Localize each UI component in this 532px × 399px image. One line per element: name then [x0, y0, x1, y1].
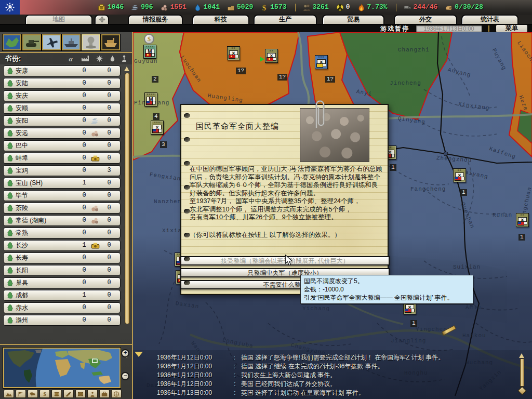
army-counter[interactable]: xx×	[516, 213, 529, 227]
province-row[interactable]: 宝鸡03	[3, 165, 121, 176]
sort-aa-icon[interactable]	[96, 55, 103, 62]
province-row[interactable]: 毕节00	[3, 190, 121, 201]
province-row[interactable]: 滁州00	[3, 315, 121, 326]
mapmode-political-button[interactable]	[16, 390, 26, 398]
log-entry[interactable]: 1936年1月12日0:00:德国 选择了继续 在未完成的Z计划-36年拨款 事…	[157, 362, 532, 371]
province-row[interactable]: 长阳00	[3, 265, 121, 276]
tab-production[interactable]: 生产	[254, 15, 317, 24]
mapmode-resources-button[interactable]	[51, 390, 62, 398]
tab-tech[interactable]: 科技	[192, 15, 249, 24]
world-minimap[interactable]	[3, 348, 121, 388]
mapmode-partisans-button[interactable]	[87, 390, 98, 398]
province-row[interactable]: 成都10	[3, 290, 121, 301]
amphibious-forces-button[interactable]	[101, 34, 120, 50]
province-row[interactable]: 长沙10	[3, 240, 121, 251]
log-entry[interactable]: 1936年1月12日0:00:美国 已经同我们达成了外交协议。	[157, 380, 532, 389]
sort-manpower-icon[interactable]	[122, 55, 127, 62]
tab-intel[interactable]: 情报服务	[128, 15, 183, 24]
province-row[interactable]: 常熟00	[3, 228, 121, 238]
province-list-scrollbar	[123, 66, 130, 361]
air-forces-button[interactable]	[42, 34, 61, 50]
province-row[interactable]: 长寿00	[3, 252, 121, 263]
scrollbar-thumb[interactable]	[125, 73, 130, 324]
mapmode-victory-button[interactable]	[111, 390, 122, 398]
log-entry[interactable]: 1936年1月12日0:00:德国 选择了怒海争锋!我们需要完成全部Z计划！ 在…	[157, 353, 532, 362]
svg-text:α: α	[69, 55, 73, 62]
province-row[interactable]: 安康00	[3, 65, 121, 76]
scroll-up-arrow[interactable]	[124, 66, 129, 71]
army-counter[interactable]: xxxxM	[144, 92, 157, 107]
mapmode-supplies-button[interactable]	[75, 390, 86, 398]
message-log: 1936年1月12日0:00:德国 选择了怒海争锋!我们需要完成全部Z计划！ 在…	[133, 350, 532, 399]
tab-move[interactable]	[95, 15, 109, 24]
land-forces-button[interactable]	[22, 34, 41, 50]
sort-resources-icon[interactable]	[110, 55, 115, 62]
province-name: 安陆	[16, 80, 77, 87]
army-counter[interactable]: xx×	[453, 168, 466, 182]
subbar-divider	[488, 25, 489, 32]
tab-diplomacy[interactable]: 外交	[394, 15, 457, 24]
province-row[interactable]: 巴中00	[3, 140, 121, 151]
province-row[interactable]: 茶陵00	[3, 203, 121, 214]
mapmode-diplomacy-button[interactable]	[99, 390, 110, 398]
army-counter[interactable]: xxx×	[151, 121, 164, 135]
mapmode-military-button[interactable]	[63, 390, 74, 398]
log-collapse-arrow[interactable]	[135, 352, 143, 357]
minimap-zoom-out-button[interactable]: −	[121, 372, 129, 380]
leaf-icon	[7, 68, 14, 74]
tab-trade[interactable]: 贸易	[322, 15, 384, 24]
mapmode-terrain-button[interactable]	[4, 390, 14, 398]
mapmode-economy-button[interactable]: $	[39, 390, 50, 398]
tab-statistics[interactable]: 统计表	[461, 15, 518, 24]
province-name: 长寿	[16, 255, 77, 261]
province-value-2: 0	[101, 180, 117, 187]
strength-pips: xxxx	[144, 46, 156, 48]
convoys-icon	[445, 4, 453, 11]
minimap-zoom-in-button[interactable]: +	[121, 349, 129, 357]
province-row[interactable]: 安顺00	[3, 103, 121, 114]
leaf-icon	[7, 167, 14, 174]
province-value-1: 1	[77, 180, 91, 187]
province-row[interactable]: 安阳00	[3, 115, 121, 126]
country-flag[interactable]	[0, 0, 20, 15]
ship-icon	[63, 35, 79, 49]
oil-value: 1041	[204, 4, 220, 11]
naval-forces-button[interactable]	[62, 34, 81, 50]
metal-indicator: 996	[131, 4, 153, 11]
sort-industry-icon[interactable]	[81, 55, 89, 62]
province-row[interactable]: 安远00	[3, 128, 121, 139]
province-value-1: 0	[77, 280, 91, 286]
log-entry[interactable]: 1936年1月12日0:00:我们发生上海大新公司建成 事件。	[157, 371, 532, 380]
province-row[interactable]: 蚌埠00	[3, 153, 121, 164]
province-row[interactable]: 常德 (湖南)00	[3, 215, 121, 226]
province-row[interactable]: 安庆00	[3, 90, 121, 101]
army-counter[interactable]: xx×	[227, 46, 240, 60]
province-value-1: 0	[77, 317, 91, 324]
nuclear-forces-button[interactable]	[82, 34, 100, 50]
transports-indicator: 244/46	[396, 4, 438, 11]
province-row[interactable]: 宝山 (SH)10	[3, 178, 121, 189]
army-counter[interactable]: xx×	[265, 49, 278, 63]
army-counter[interactable]: xxxxM$	[143, 45, 156, 59]
province-name: 常熟	[16, 230, 77, 236]
sort-alpha-icon[interactable]: α	[66, 55, 75, 62]
log-entry[interactable]: 1936年1月13日0:00:英国 选择了计划启动 在皇家海军计划 事件。	[157, 389, 532, 397]
log-scrollbar[interactable]	[518, 353, 525, 394]
leaf-icon	[7, 142, 14, 149]
coins-icon	[53, 391, 60, 397]
unit-marker-icon	[524, 221, 527, 225]
map-overview-button[interactable]	[3, 34, 21, 50]
army-counter[interactable]: xxx×	[315, 55, 328, 69]
status-sub-bar: 游戏暂停 1936年1月13日0:00 菜单	[0, 25, 532, 32]
province-value-1: 0	[77, 142, 91, 149]
province-row[interactable]: 安陆00	[3, 78, 121, 89]
menu-button[interactable]: 菜单	[496, 24, 528, 33]
province-value-2: 0	[101, 280, 117, 286]
mapmode-weather-button[interactable]	[28, 390, 38, 398]
money-value: 1573	[270, 4, 286, 11]
province-row[interactable]: 赤水00	[3, 302, 121, 313]
tab-map[interactable]: 地图	[25, 15, 92, 24]
province-value-2: 0	[101, 192, 117, 199]
event-option-accept-full-reorg[interactable]: 接受整编（整编会以若干阶段展开, 代价巨大）	[180, 256, 390, 265]
province-row[interactable]: 巢县00	[3, 277, 121, 288]
